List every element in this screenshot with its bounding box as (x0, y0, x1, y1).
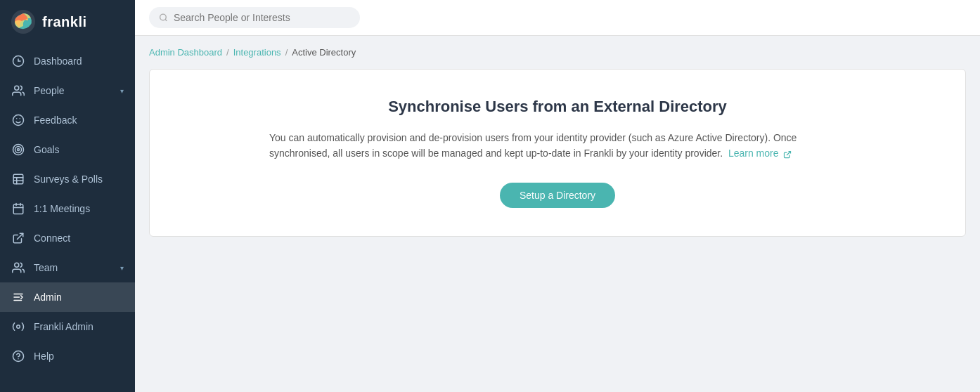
breadcrumb-integrations[interactable]: Integrations (233, 47, 281, 58)
sidebar-item-dashboard-label: Dashboard (34, 55, 124, 67)
sidebar-item-team[interactable]: Team ▾ (0, 253, 135, 282)
logo-area: frankli (0, 0, 135, 44)
team-chevron-icon: ▾ (120, 264, 124, 272)
meetings-icon (11, 202, 25, 216)
search-box[interactable] (149, 7, 360, 28)
frankli-logo-icon (11, 10, 35, 34)
svg-line-18 (18, 233, 23, 239)
people-icon (11, 84, 25, 98)
breadcrumb-sep-2: / (285, 47, 288, 58)
sidebar-item-people[interactable]: People ▾ (0, 76, 135, 105)
svg-point-9 (18, 149, 20, 151)
frankli-admin-icon (11, 320, 25, 334)
setup-directory-button[interactable]: Setup a Directory (500, 183, 615, 208)
svg-line-27 (165, 20, 167, 21)
search-input[interactable] (174, 12, 350, 23)
svg-rect-10 (13, 174, 23, 184)
learn-more-link[interactable]: Learn more (728, 148, 779, 159)
sidebar-item-frankli-admin-label: Frankli Admin (34, 321, 124, 332)
team-icon (11, 261, 25, 275)
sidebar-item-connect[interactable]: Connect (0, 223, 135, 253)
sidebar-item-frankli-admin[interactable]: Frankli Admin (0, 312, 135, 341)
help-icon (11, 349, 25, 363)
sidebar-item-meetings-label: 1:1 Meetings (34, 203, 124, 214)
svg-point-8 (15, 147, 22, 153)
sync-card: Synchronise Users from an External Direc… (149, 69, 966, 237)
sidebar-item-team-label: Team (34, 262, 112, 273)
app-name: frankli (42, 14, 87, 30)
topbar (135, 0, 980, 36)
sidebar-item-goals-label: Goals (34, 144, 124, 155)
main-area: Admin Dashboard / Integrations / Active … (135, 0, 980, 392)
people-chevron-icon: ▾ (120, 87, 124, 95)
sidebar-item-connect-label: Connect (34, 233, 124, 244)
sidebar-item-dashboard[interactable]: Dashboard (0, 46, 135, 76)
admin-icon (11, 290, 25, 304)
breadcrumb-active-directory: Active Directory (292, 47, 356, 58)
feedback-icon (11, 113, 25, 127)
sidebar-item-feedback[interactable]: Feedback (0, 105, 135, 135)
content-area: Admin Dashboard / Integrations / Active … (135, 36, 980, 392)
card-description: You can automatically provision and de-p… (269, 130, 846, 162)
sidebar-nav: Dashboard People ▾ Feedback (0, 44, 135, 392)
breadcrumb-sep-1: / (226, 47, 229, 58)
card-description-text: You can automatically provision and de-p… (269, 132, 797, 159)
sidebar-item-help-label: Help (34, 351, 124, 362)
breadcrumb-admin-dashboard[interactable]: Admin Dashboard (149, 47, 222, 58)
svg-rect-14 (13, 204, 23, 214)
svg-point-23 (17, 325, 20, 329)
sidebar-item-admin[interactable]: Admin (0, 282, 135, 312)
svg-line-28 (787, 151, 791, 155)
connect-icon (11, 231, 25, 245)
svg-point-19 (15, 263, 19, 267)
dashboard-icon (11, 54, 25, 68)
svg-point-26 (160, 14, 167, 20)
sidebar: frankli Dashboard People ▾ (0, 0, 135, 392)
sidebar-item-meetings[interactable]: 1:1 Meetings (0, 194, 135, 223)
sidebar-item-feedback-label: Feedback (34, 115, 124, 126)
external-link-icon (783, 150, 792, 159)
surveys-icon (11, 172, 25, 186)
svg-point-4 (15, 86, 19, 90)
sidebar-item-help[interactable]: Help (0, 341, 135, 371)
sidebar-item-people-label: People (34, 85, 112, 96)
breadcrumb: Admin Dashboard / Integrations / Active … (149, 47, 966, 58)
card-title: Synchronise Users from an External Direc… (192, 98, 923, 116)
sidebar-item-admin-label: Admin (34, 292, 124, 303)
goals-icon (11, 143, 25, 157)
sidebar-item-surveys[interactable]: Surveys & Polls (0, 164, 135, 194)
search-icon (159, 13, 168, 22)
sidebar-item-surveys-label: Surveys & Polls (34, 174, 124, 185)
sidebar-item-goals[interactable]: Goals (0, 135, 135, 164)
